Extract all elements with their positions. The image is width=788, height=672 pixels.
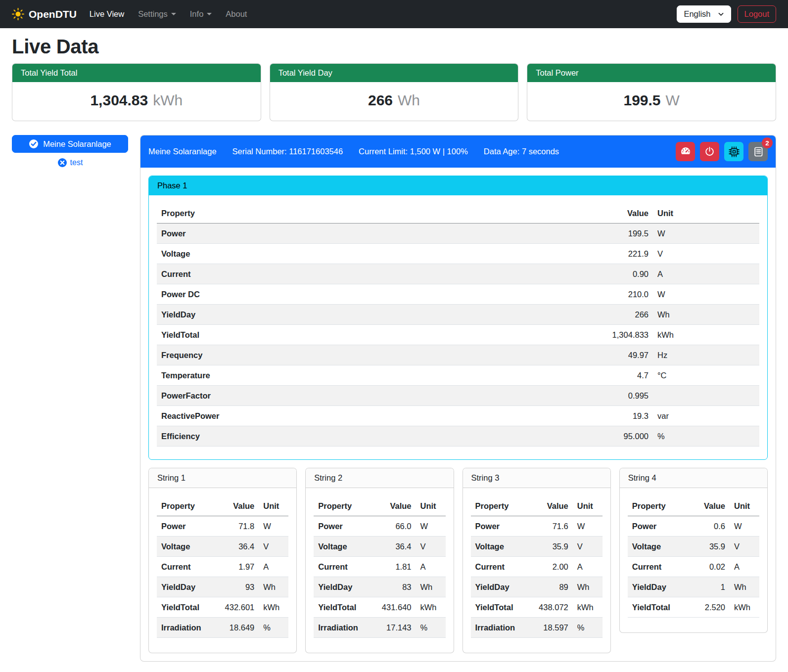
table-row: Voltage36.4V	[157, 537, 288, 557]
property-unit: V	[259, 537, 288, 557]
phase-1-table: Property Value Unit Power199.5WVoltage22…	[157, 203, 759, 447]
property-unit: %	[259, 618, 288, 638]
language-value: English	[684, 9, 710, 19]
table-row: Voltage35.9V	[628, 537, 759, 557]
table-row: YieldTotal432.601kWh	[157, 597, 288, 618]
property-label: Irradiation	[471, 618, 534, 638]
language-select[interactable]: English	[677, 5, 731, 23]
table-row: Voltage221.9V	[157, 244, 759, 264]
property-label: Voltage	[471, 537, 534, 557]
table-row: YieldTotal438.072kWh	[471, 597, 603, 618]
property-label: YieldTotal	[471, 597, 534, 618]
table-row: YieldTotal2.520kWh	[628, 597, 759, 618]
property-unit: var	[653, 406, 759, 426]
column-value: Value	[594, 203, 653, 224]
table-row: YieldDay89Wh	[471, 577, 603, 597]
property-unit: A	[416, 557, 446, 577]
property-label: Power	[157, 224, 594, 244]
property-label: Current	[628, 557, 691, 577]
inverter-link-test[interactable]: test	[12, 158, 128, 168]
string-2-table: Property Value Unit Power66.0WVoltage36.…	[314, 496, 445, 638]
property-value: 221.9	[594, 244, 653, 264]
property-label: Current	[157, 264, 594, 284]
property-label: Temperature	[157, 365, 594, 386]
logout-button[interactable]: Logout	[738, 5, 776, 23]
inverter-select-label: Meine Solaranlage	[43, 139, 111, 149]
strings-row: String 1 Property Value Unit	[148, 468, 768, 653]
property-unit: W	[653, 284, 759, 305]
nav-item-settings[interactable]: Settings	[131, 5, 183, 23]
table-header-row: Property Value Unit	[471, 496, 603, 516]
property-unit: °C	[653, 365, 759, 386]
property-unit: V	[730, 537, 759, 557]
property-value: 66.0	[377, 516, 416, 537]
summary-value: 199.5	[623, 92, 660, 108]
inverter-card: Meine Solaranlage Serial Number: 1161716…	[140, 135, 776, 662]
property-label: Current	[314, 557, 377, 577]
table-row: PowerFactor0.995	[157, 386, 759, 406]
column-value: Value	[691, 496, 730, 516]
property-label: Voltage	[628, 537, 691, 557]
summary-card-body: 1,304.83kWh	[12, 82, 261, 121]
table-row: Power199.5W	[157, 224, 759, 244]
phase-1-card: Phase 1 Property Value Unit P	[148, 176, 768, 460]
string-3-title: String 3	[463, 468, 610, 488]
property-label: PowerFactor	[157, 386, 594, 406]
table-row: Power66.0W	[314, 516, 445, 537]
property-unit: A	[573, 557, 603, 577]
property-label: YieldTotal	[628, 597, 691, 618]
nav-item-live-view[interactable]: Live View	[83, 5, 131, 23]
property-unit	[653, 386, 759, 406]
property-unit: W	[730, 516, 759, 537]
cpu-icon	[729, 146, 740, 157]
top-navbar: OpenDTU Live View Settings Info About En…	[0, 0, 788, 28]
property-label: Power	[157, 516, 220, 537]
check-circle-icon	[29, 139, 39, 149]
property-unit: Wh	[730, 577, 759, 597]
property-unit: Wh	[416, 577, 446, 597]
device-info-button[interactable]	[724, 142, 743, 161]
event-log-button[interactable]: 2	[748, 142, 768, 161]
property-label: YieldDay	[628, 577, 691, 597]
summary-card-title: Total Power	[527, 64, 776, 82]
table-row: Power71.8W	[157, 516, 288, 537]
summary-card-title: Total Yield Day	[270, 64, 518, 82]
caret-down-icon	[207, 13, 212, 15]
property-value: 19.3	[594, 406, 653, 426]
property-unit: kWh	[653, 325, 759, 345]
summary-unit: Wh	[398, 92, 420, 108]
property-unit: %	[653, 426, 759, 447]
table-row: Irradiation18.649%	[157, 618, 288, 638]
brand[interactable]: OpenDTU	[12, 8, 77, 20]
property-label: Voltage	[157, 537, 220, 557]
table-row: Temperature4.7°C	[157, 365, 759, 386]
string-4-table: Property Value Unit Power0.6WVoltage35.9…	[628, 496, 759, 618]
table-row: Voltage35.9V	[471, 537, 603, 557]
limit-settings-button[interactable]	[676, 142, 695, 161]
property-label: Voltage	[314, 537, 377, 557]
property-value: 17.143	[377, 618, 416, 638]
property-unit: kWh	[730, 597, 759, 618]
speedometer-icon	[680, 146, 691, 157]
property-unit: V	[416, 537, 446, 557]
column-value: Value	[220, 496, 259, 516]
table-row: Current0.02A	[628, 557, 759, 577]
nav-item-about[interactable]: About	[219, 5, 254, 23]
property-label: YieldDay	[471, 577, 534, 597]
power-button[interactable]	[700, 142, 719, 161]
column-unit: Unit	[573, 496, 603, 516]
inverter-select-button[interactable]: Meine Solaranlage	[12, 135, 128, 153]
table-row: Power71.6W	[471, 516, 603, 537]
property-value: 93	[220, 577, 259, 597]
column-property: Property	[314, 496, 377, 516]
property-label: Voltage	[157, 244, 594, 264]
nav-item-info[interactable]: Info	[183, 5, 219, 23]
caret-down-icon	[171, 13, 176, 15]
table-row: Frequency49.97Hz	[157, 345, 759, 365]
summary-card-total-power: Total Power 199.5W	[527, 63, 776, 121]
journal-text-icon	[753, 146, 764, 157]
property-label: Power	[314, 516, 377, 537]
property-value: 438.072	[534, 597, 573, 618]
table-row: Current2.00A	[471, 557, 603, 577]
property-label: Power DC	[157, 284, 594, 305]
